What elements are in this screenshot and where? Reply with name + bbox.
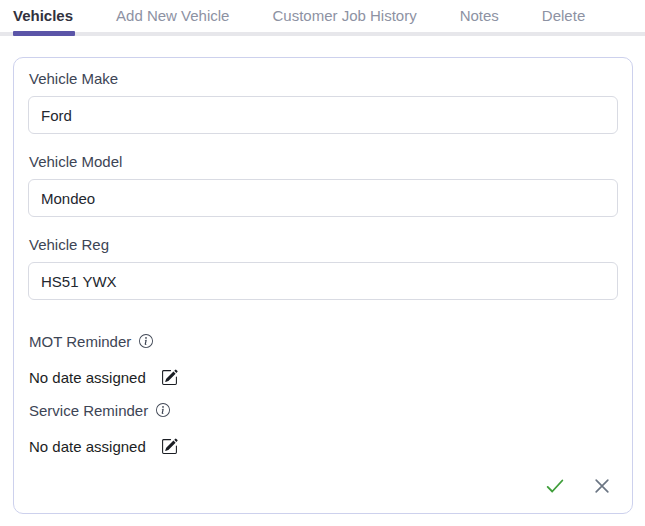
tab-add-new-vehicle[interactable]: Add New Vehicle — [116, 0, 229, 36]
tab-delete[interactable]: Delete — [542, 0, 585, 36]
tab-notes[interactable]: Notes — [460, 0, 499, 36]
tab-label: Delete — [542, 7, 585, 24]
info-icon[interactable] — [139, 334, 153, 348]
tab-customer-job-history[interactable]: Customer Job History — [272, 0, 416, 36]
close-icon — [592, 476, 612, 496]
edit-service-date-button[interactable] — [161, 438, 178, 455]
vehicle-make-input[interactable] — [28, 96, 618, 134]
service-reminder-status-row: No date assigned — [29, 438, 618, 455]
edit-mot-date-button[interactable] — [161, 369, 178, 386]
service-reminder-row: Service Reminder — [29, 402, 618, 419]
card-footer — [28, 475, 618, 499]
vehicle-reg-label: Vehicle Reg — [29, 236, 618, 253]
confirm-button[interactable] — [544, 475, 566, 497]
info-icon[interactable] — [156, 403, 170, 417]
service-reminder-status: No date assigned — [29, 438, 146, 455]
vehicle-details-card: Vehicle Make Vehicle Model Vehicle Reg M… — [13, 57, 633, 514]
tab-vehicles[interactable]: Vehicles — [13, 0, 73, 36]
tab-label: Vehicles — [13, 7, 73, 24]
mot-reminder-label: MOT Reminder — [29, 333, 131, 350]
service-reminder-label: Service Reminder — [29, 402, 148, 419]
mot-reminder-status-row: No date assigned — [29, 369, 618, 386]
vehicle-reg-input[interactable] — [28, 262, 618, 300]
tab-label: Add New Vehicle — [116, 7, 229, 24]
mot-reminder-status: No date assigned — [29, 369, 146, 386]
check-icon — [544, 475, 566, 497]
tab-bar: Vehicles Add New Vehicle Customer Job Hi… — [0, 0, 645, 36]
vehicle-model-label: Vehicle Model — [29, 153, 618, 170]
cancel-button[interactable] — [592, 476, 612, 496]
tab-label: Customer Job History — [272, 7, 416, 24]
mot-reminder-row: MOT Reminder — [29, 333, 618, 350]
vehicle-make-label: Vehicle Make — [29, 70, 618, 87]
tab-label: Notes — [460, 7, 499, 24]
vehicle-model-input[interactable] — [28, 179, 618, 217]
